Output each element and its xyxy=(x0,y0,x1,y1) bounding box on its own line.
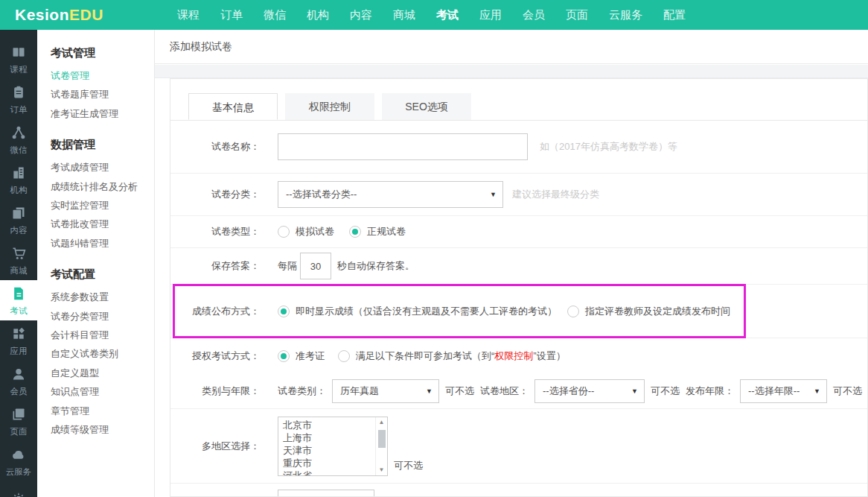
sidebar-item-mall[interactable]: 商城 xyxy=(0,240,37,280)
tab-seo-options[interactable]: SEO选项 xyxy=(382,93,471,120)
sidenav-item-grade-levels[interactable]: 成绩等级管理 xyxy=(51,420,154,439)
paper-category-hint: 建议选择最终级分类 xyxy=(512,188,599,201)
sidenav-item-custom-paper-type[interactable]: 自定义试卷类别 xyxy=(51,344,154,363)
gear-icon xyxy=(11,492,26,497)
form-card: 基本信息 权限控制 SEO选项 试卷名称： 如（2017年仿真高考数学卷）等 试… xyxy=(170,78,868,497)
sidebar-item-orders[interactable]: 订单 xyxy=(0,79,37,119)
sidenav-item-error-correction[interactable]: 试题纠错管理 xyxy=(51,234,154,253)
listbox-option[interactable]: 河北省 xyxy=(283,469,375,475)
radio-admission-ticket[interactable] xyxy=(278,350,290,362)
dropdown-arrow-icon: ▼ xyxy=(631,387,638,395)
topnav-item-apps[interactable]: 应用 xyxy=(479,8,502,22)
sidenav-item-admission-ticket[interactable]: 准考证生成管理 xyxy=(51,104,154,123)
radio-admission-ticket-label: 准考证 xyxy=(296,349,325,363)
auth-method-label: 授权考试方式： xyxy=(185,349,260,363)
topnav-item-wechat[interactable]: 微信 xyxy=(264,8,286,22)
save-interval-input[interactable] xyxy=(300,253,331,279)
app-logo[interactable]: KesionEDU xyxy=(15,6,103,24)
topnav-item-orders[interactable]: 订单 xyxy=(220,8,243,22)
topnav-item-cloud[interactable]: 云服务 xyxy=(609,8,642,22)
row-paper-category: 试卷分类： --选择试卷分类-- ▼ 建议选择最终级分类 xyxy=(170,174,867,216)
sidebar-item-wechat[interactable]: 微信 xyxy=(0,119,37,159)
listbox-scrollbar[interactable]: ▲ ▼ xyxy=(375,417,387,475)
sidenav-item-paper-category[interactable]: 试卷分类管理 xyxy=(51,307,154,326)
listbox-option[interactable]: 重庆市 xyxy=(283,457,375,469)
sidenav-item-custom-question-type[interactable]: 自定义题型 xyxy=(51,364,154,382)
sidenav-item-chapter-mgmt[interactable]: 章节管理 xyxy=(51,402,154,420)
radio-regular-paper[interactable] xyxy=(349,226,361,238)
sidenav-item-question-bank[interactable]: 试卷题库管理 xyxy=(51,85,154,104)
paper-category-selected-value: --选择试卷分类-- xyxy=(286,188,357,201)
score-publish-label: 成绩公布方式： xyxy=(185,305,260,318)
category-year-label: 类别与年限： xyxy=(185,384,260,398)
sidenav-item-system-params[interactable]: 系统参数设置 xyxy=(51,288,154,306)
topnav-item-courses[interactable]: 课程 xyxy=(177,8,200,22)
sidenav-item-score-mgmt[interactable]: 考试成绩管理 xyxy=(51,158,154,177)
radio-instant-score[interactable] xyxy=(278,306,290,317)
sidenav-item-realtime-monitor[interactable]: 实时监控管理 xyxy=(51,196,154,215)
dropdown-arrow-icon: ▼ xyxy=(814,387,820,395)
clipboard-icon xyxy=(11,85,26,103)
topnav-item-members[interactable]: 会员 xyxy=(523,8,545,22)
paper-category-label: 试卷分类： xyxy=(185,188,260,201)
sidenav-item-paper-marking[interactable]: 试卷批改管理 xyxy=(51,215,154,233)
topnav-item-content[interactable]: 内容 xyxy=(350,8,372,22)
topnav-item-org[interactable]: 机构 xyxy=(307,8,329,22)
scroll-up-icon[interactable]: ▲ xyxy=(379,419,385,426)
tab-permission-control[interactable]: 权限控制 xyxy=(285,93,374,120)
top-bar: KesionEDU 课程 订单 微信 机构 内容 商城 考试 应用 会员 页面 … xyxy=(0,0,868,30)
topnav-item-config[interactable]: 配置 xyxy=(663,8,686,22)
tab-basic-info[interactable]: 基本信息 xyxy=(188,93,278,120)
sidenav-item-knowledge-points[interactable]: 知识点管理 xyxy=(51,382,154,401)
row-paper-type: 试卷类型： 模拟试卷 正规试卷 xyxy=(170,216,867,248)
app-screen: KesionEDU 课程 订单 微信 机构 内容 商城 考试 应用 会员 页面 … xyxy=(0,0,868,497)
multi-region-label: 多地区选择： xyxy=(185,440,260,453)
radio-mock-paper[interactable] xyxy=(278,226,290,238)
sidenav-item-paper-mgmt[interactable]: 试卷管理 xyxy=(51,66,154,85)
user-icon xyxy=(11,367,26,384)
listbox-option[interactable]: 上海市 xyxy=(283,431,375,444)
permission-control-link[interactable]: 权限控制 xyxy=(494,350,533,361)
scroll-down-icon[interactable]: ▼ xyxy=(379,466,385,474)
paper-region-select[interactable]: --选择省份-- ▼ xyxy=(534,379,645,403)
topnav-item-exam[interactable]: 考试 xyxy=(436,8,459,22)
topnav-item-pages[interactable]: 页面 xyxy=(566,8,588,22)
listbox-option[interactable]: 北京市 xyxy=(283,419,375,431)
listbox-option[interactable]: 天津市 xyxy=(283,444,375,457)
sidenav-item-accounting-subject[interactable]: 会计科目管理 xyxy=(51,326,154,344)
page-header: 添加模拟试卷 xyxy=(155,30,868,64)
sidebar-item-members[interactable]: 会员 xyxy=(0,361,37,401)
listbox-options: 北京市 上海市 天津市 重庆市 河北省 xyxy=(278,417,375,475)
row-auth-method: 授权考试方式： 准考证 满足以下条件即可参加考试（到“权限控制”设置） xyxy=(170,338,867,373)
sidenav-item-score-stats[interactable]: 成绩统计排名及分析 xyxy=(51,177,154,196)
sidebar-item-exam[interactable]: 考试 xyxy=(0,280,37,320)
radio-mock-paper-label: 模拟试卷 xyxy=(296,225,334,238)
scrollbar-thumb[interactable] xyxy=(378,430,386,448)
save-answer-label: 保存答案： xyxy=(185,259,260,273)
top-nav: 课程 订单 微信 机构 内容 商城 考试 应用 会员 页面 云服务 配置 xyxy=(177,0,686,30)
sidebar-item-courses[interactable]: 课程 xyxy=(0,39,37,79)
next-field-input-partial[interactable] xyxy=(278,490,374,497)
topnav-item-mall[interactable]: 商城 xyxy=(393,8,415,22)
paper-region-note: 可不选 xyxy=(651,384,680,398)
page-title: 添加模拟试卷 xyxy=(170,40,232,54)
sidebar-item-apps[interactable]: 应用 xyxy=(0,320,37,361)
sidebar-item-config[interactable] xyxy=(0,481,37,497)
radio-condition-entry-label: 满足以下条件即可参加考试（到“权限控制”设置） xyxy=(356,349,566,363)
publish-year-select[interactable]: --选择年限-- ▼ xyxy=(740,379,827,403)
paper-region-sub-label: 试卷地区： xyxy=(480,384,529,398)
paper-name-hint: 如（2017年仿真高考数学卷）等 xyxy=(540,140,677,153)
sidenav-heading-exam-mgmt: 考试管理 xyxy=(51,46,154,60)
sidebar-item-cloudservice[interactable]: 云服务 xyxy=(0,441,37,481)
sidebar-item-pages[interactable]: 页面 xyxy=(0,401,37,441)
row-multi-region: 多地区选择： 北京市 上海市 天津市 重庆市 河北省 ▲ ▼ xyxy=(170,409,867,484)
multi-region-listbox[interactable]: 北京市 上海市 天津市 重庆市 河北省 ▲ ▼ xyxy=(278,417,388,476)
multi-region-note: 可不选 xyxy=(394,459,423,472)
paper-name-input[interactable] xyxy=(278,133,528,160)
radio-scheduled-score[interactable] xyxy=(567,306,579,317)
sidebar-item-org[interactable]: 机构 xyxy=(0,159,37,200)
paper-category-select[interactable]: --选择试卷分类-- ▼ xyxy=(278,181,503,208)
paper-kind-select[interactable]: 历年真题 ▼ xyxy=(332,379,439,403)
radio-condition-entry[interactable] xyxy=(338,350,350,362)
sidebar-item-content[interactable]: 内容 xyxy=(0,200,37,240)
